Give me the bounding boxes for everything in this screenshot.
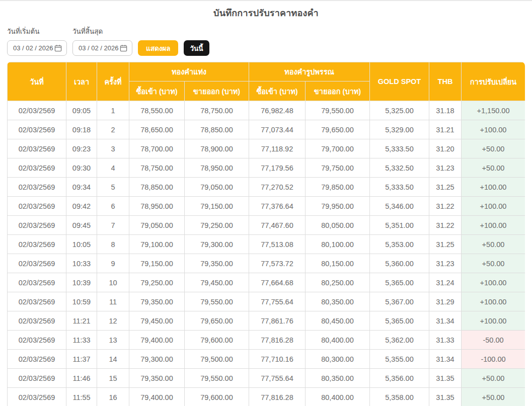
round-cell: 3 [97,139,129,158]
ornament-sell-cell: 80,100.00 [306,235,370,254]
bar-sell-cell: 78,850.00 [185,120,249,139]
time-cell: 11:37 [66,350,97,369]
change-cell: +50.00 [462,139,525,158]
time-cell: 09:30 [66,158,97,178]
col-group-gold-ornament: ทองคำรูปพรรณ [249,62,370,82]
ornament-sell-cell: 79,950.00 [306,197,370,216]
thb-cell: 31.35 [429,388,462,406]
table-row: 02/03/2569 11:46 15 79,350.00 79,550.00 … [8,369,525,388]
bar-sell-cell: 78,900.00 [185,139,249,158]
thb-cell: 31.21 [429,120,462,139]
bar-sell-cell: 79,600.00 [185,331,249,350]
start-date-label: วันที่เริ่มต้น [7,26,67,37]
table-row: 02/03/2569 09:34 5 78,850.00 79,050.00 7… [8,178,525,197]
ornament-sell-cell: 79,550.00 [306,101,370,120]
ornament-buy-cell: 77,664.68 [249,273,306,292]
bar-sell-cell: 79,300.00 [185,235,249,254]
change-cell: -100.00 [462,350,525,369]
ornament-sell-cell: 79,700.00 [306,139,370,158]
thb-cell: 31.29 [429,292,462,311]
ornament-buy-cell: 77,755.64 [249,369,306,388]
round-cell: 1 [97,101,129,120]
date-cell: 02/03/2569 [8,216,66,235]
bar-buy-cell: 79,350.00 [129,292,185,311]
ornament-buy-cell: 77,118.92 [249,139,306,158]
table-body: 02/03/2569 09:05 1 78,550.00 78,750.00 7… [8,101,525,406]
thb-cell: 31.23 [429,158,462,178]
bar-sell-cell: 79,600.00 [185,388,249,406]
thb-cell: 31.20 [429,139,462,158]
round-cell: 4 [97,158,129,178]
table-row: 02/03/2569 09:30 4 78,750.00 78,950.00 7… [8,158,525,178]
change-cell: +100.00 [462,197,525,216]
bar-sell-cell: 78,750.00 [185,101,249,120]
bar-sell-cell: 79,550.00 [185,292,249,311]
ornament-sell-cell: 80,450.00 [306,311,370,331]
gold-spot-cell: 5,360.00 [370,254,429,273]
gold-spot-cell: 5,356.00 [370,369,429,388]
time-cell: 09:23 [66,139,97,158]
col-header-ornament-sell: ขายออก (บาท) [306,82,370,101]
bar-buy-cell: 79,300.00 [129,350,185,369]
bar-buy-cell: 79,400.00 [129,388,185,406]
thb-cell: 31.35 [429,369,462,388]
gold-spot-cell: 5,333.50 [370,178,429,197]
gold-spot-cell: 5,353.00 [370,235,429,254]
date-cell: 02/03/2569 [8,350,66,369]
thb-cell: 31.25 [429,235,462,254]
gold-spot-cell: 5,333.50 [370,139,429,158]
today-button[interactable]: วันนี้ [184,40,209,56]
bar-sell-cell: 79,500.00 [185,350,249,369]
date-cell: 02/03/2569 [8,158,66,178]
ornament-sell-cell: 80,400.00 [306,388,370,406]
thb-cell: 31.18 [429,101,462,120]
round-cell: 9 [97,254,129,273]
date-cell: 02/03/2569 [8,120,66,139]
round-cell: 12 [97,311,129,331]
calendar-icon[interactable] [120,44,127,52]
bar-buy-cell: 79,150.00 [129,254,185,273]
ornament-buy-cell: 77,376.64 [249,197,306,216]
gold-spot-cell: 5,365.00 [370,273,429,292]
ornament-buy-cell: 77,755.64 [249,292,306,311]
col-header-bar-buy: ซื้อเข้า (บาท) [129,82,185,101]
bar-buy-cell: 79,100.00 [129,235,185,254]
gold-spot-cell: 5,325.00 [370,101,429,120]
time-cell: 10:05 [66,235,97,254]
bar-buy-cell: 78,550.00 [129,101,185,120]
change-cell: +50.00 [462,388,525,406]
round-cell: 6 [97,197,129,216]
bar-sell-cell: 79,650.00 [185,311,249,331]
col-header-round: ครั้งที่ [97,62,129,101]
bar-buy-cell: 78,650.00 [129,120,185,139]
change-cell: +100.00 [462,273,525,292]
col-group-gold-bar: ทองคำแท่ง [129,62,249,82]
time-cell: 11:33 [66,331,97,350]
time-cell: 09:18 [66,120,97,139]
calendar-icon[interactable] [54,44,62,52]
table-row: 02/03/2569 10:33 9 79,150.00 79,350.00 7… [8,254,525,273]
table-row: 02/03/2569 11:33 13 79,400.00 79,600.00 … [8,331,525,350]
start-date-input[interactable]: 03 / 02 / 2026 [7,40,67,56]
round-cell: 15 [97,369,129,388]
bar-sell-cell: 79,450.00 [185,273,249,292]
ornament-sell-cell: 79,750.00 [306,158,370,178]
thb-cell: 31.34 [429,350,462,369]
ornament-buy-cell: 77,710.16 [249,350,306,369]
round-cell: 8 [97,235,129,254]
round-cell: 7 [97,216,129,235]
bar-buy-cell: 79,450.00 [129,311,185,331]
ornament-buy-cell: 77,513.08 [249,235,306,254]
change-cell: +1,150.00 [462,101,525,120]
thb-cell: 31.22 [429,197,462,216]
table-row: 02/03/2569 11:37 14 79,300.00 79,500.00 … [8,350,525,369]
end-date-value: 03 / 02 / 2026 [79,44,119,52]
show-results-button[interactable]: แสดงผล [138,40,178,56]
time-cell: 09:34 [66,178,97,197]
bar-buy-cell: 79,350.00 [129,369,185,388]
bar-sell-cell: 79,350.00 [185,254,249,273]
ornament-buy-cell: 77,073.44 [249,120,306,139]
end-date-input[interactable]: 03 / 02 / 2026 [72,40,132,56]
round-cell: 5 [97,178,129,197]
bar-buy-cell: 78,750.00 [129,158,185,178]
